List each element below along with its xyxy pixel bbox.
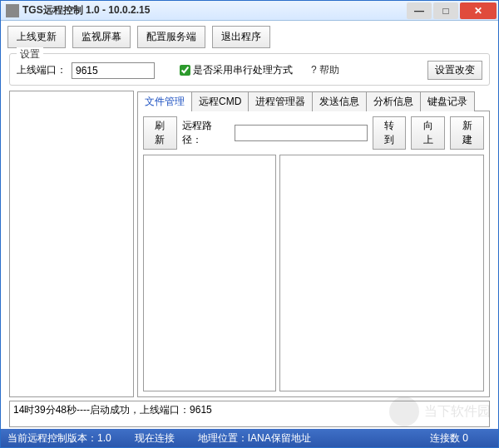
update-button[interactable]: 上线更新 [7, 26, 66, 48]
path-label: 远程路径： [182, 119, 230, 147]
serial-checkbox[interactable] [180, 65, 190, 76]
status-geo: 地理位置：IANA保留地址 [198, 431, 311, 446]
close-button[interactable]: ✕ [460, 2, 497, 19]
tab-cmd[interactable]: 远程CMD [191, 91, 249, 111]
folder-tree[interactable] [143, 155, 276, 391]
minimize-button[interactable]: — [407, 2, 432, 19]
log-line: 14时39分48秒----启动成功，上线端口：9615 [13, 403, 486, 417]
path-toolbar: 刷新 远程路径： 转到 向上 新建 [143, 116, 484, 150]
apply-settings-button[interactable]: 设置改变 [427, 61, 482, 80]
app-icon [6, 4, 19, 17]
status-bar: 当前远程控制版本：1.0 现在连接 地理位置：IANA保留地址 连接数 0 [1, 429, 498, 447]
file-list[interactable] [279, 155, 484, 391]
monitor-button[interactable]: 监视屏幕 [72, 26, 131, 48]
maximize-button[interactable]: □ [433, 2, 458, 19]
remote-path-input[interactable] [235, 125, 368, 141]
status-conn: 现在连接 [135, 431, 175, 446]
client-list[interactable] [9, 91, 134, 397]
exit-button[interactable]: 退出程序 [212, 26, 270, 48]
status-version: 当前远程控制版本：1.0 [7, 431, 111, 446]
port-label: 上线端口： [17, 63, 67, 77]
tab-content: 刷新 远程路径： 转到 向上 新建 [137, 111, 490, 397]
status-count: 连接数 0 [430, 431, 468, 446]
tab-file[interactable]: 文件管理 [137, 91, 192, 111]
tab-keylog[interactable]: 键盘记录 [420, 91, 475, 111]
up-button[interactable]: 向上 [411, 116, 445, 150]
serial-checkbox-wrap[interactable]: 是否采用串行处理方式 [180, 63, 293, 77]
main-toolbar: 上线更新 监视屏幕 配置服务端 退出程序 [1, 21, 498, 53]
titlebar: TGS远程控制 1.0 - 10.0.2.15 — □ ✕ [1, 1, 498, 21]
tab-proc[interactable]: 进程管理器 [248, 91, 313, 111]
go-button[interactable]: 转到 [373, 116, 407, 150]
serial-label: 是否采用串行处理方式 [193, 63, 293, 77]
window-title: TGS远程控制 1.0 - 10.0.2.15 [22, 3, 405, 17]
settings-legend: 设置 [17, 47, 43, 62]
help-link[interactable]: ? 帮助 [311, 63, 339, 77]
tab-send[interactable]: 发送信息 [312, 91, 367, 111]
config-button[interactable]: 配置服务端 [137, 26, 205, 48]
new-button[interactable]: 新建 [450, 116, 484, 150]
port-input[interactable] [72, 62, 155, 79]
log-area[interactable]: 14时39分48秒----启动成功，上线端口：9615 [9, 401, 490, 427]
tab-analyze[interactable]: 分析信息 [366, 91, 421, 111]
tab-bar: 文件管理 远程CMD 进程管理器 发送信息 分析信息 键盘记录 [137, 91, 490, 111]
refresh-button[interactable]: 刷新 [143, 116, 177, 150]
settings-group: 设置 上线端口： 是否采用串行处理方式 ? 帮助 设置改变 [9, 53, 490, 86]
